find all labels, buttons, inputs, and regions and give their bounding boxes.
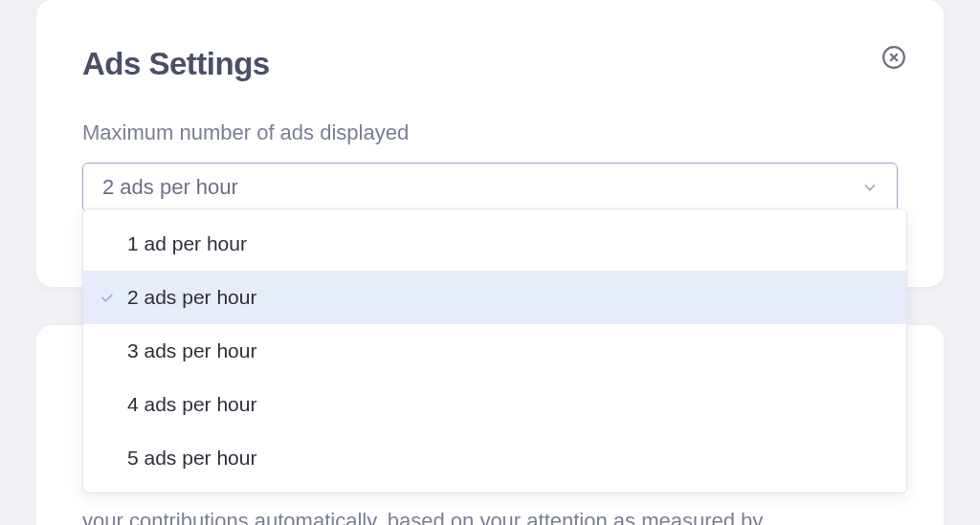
ads-per-hour-dropdown: 1 ad per hour 2 ads per hour 3 ads per h… [82,208,907,493]
option-label: 5 ads per hour [127,447,256,470]
body-text: your contributions automatically, based … [82,507,907,525]
chevron-down-icon [860,178,880,197]
dropdown-option[interactable]: 3 ads per hour [83,324,906,378]
select-value: 2 ads per hour [102,175,238,200]
ads-per-hour-select[interactable]: 2 ads per hour [82,163,898,212]
option-label: 3 ads per hour [127,339,256,362]
field-label: Maximum number of ads displayed [82,120,898,145]
option-label: 2 ads per hour [127,286,256,309]
page-title: Ads Settings [82,46,898,82]
dropdown-option[interactable]: 2 ads per hour [83,271,906,324]
dropdown-option[interactable]: 1 ad per hour [83,217,906,271]
dropdown-option[interactable]: 4 ads per hour [83,378,906,431]
dropdown-option[interactable]: 5 ads per hour [83,431,906,485]
close-icon[interactable] [880,44,907,71]
option-label: 4 ads per hour [127,393,256,416]
check-icon [99,289,116,306]
option-label: 1 ad per hour [127,232,247,255]
